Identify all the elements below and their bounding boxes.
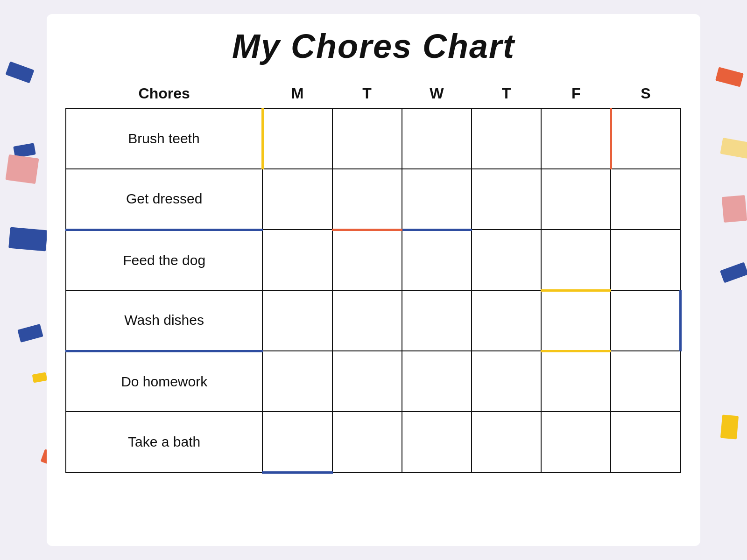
card: My Chores Chart Chores M T W T F S Brush…	[47, 14, 700, 546]
check-cell[interactable]	[472, 108, 541, 169]
check-cell[interactable]	[262, 108, 332, 169]
table-row: Feed the dog	[66, 230, 681, 290]
day-header-f: F	[541, 79, 611, 108]
chore-name-3: Feed the dog	[66, 230, 262, 290]
table-row: Get dressed	[66, 169, 681, 230]
check-cell[interactable]	[332, 290, 402, 351]
check-cell[interactable]	[472, 169, 541, 230]
check-cell[interactable]	[402, 290, 472, 351]
check-cell[interactable]	[402, 351, 472, 412]
table-row: Wash dishes	[66, 290, 681, 351]
table-row: Take a bath	[66, 412, 681, 472]
check-cell[interactable]	[611, 230, 680, 290]
day-header-t1: T	[332, 79, 402, 108]
table-row: Brush teeth	[66, 108, 681, 169]
check-cell[interactable]	[402, 169, 472, 230]
check-cell[interactable]	[332, 351, 402, 412]
title-area: My Chores Chart	[65, 14, 682, 75]
day-header-s: S	[611, 79, 680, 108]
chore-name-1: Brush teeth	[66, 108, 262, 169]
check-cell[interactable]	[541, 290, 611, 351]
confetti-1	[6, 61, 35, 83]
confetti-6	[720, 415, 739, 440]
check-cell[interactable]	[541, 169, 611, 230]
chore-name-2: Get dressed	[66, 169, 262, 230]
chores-header: Chores	[66, 79, 262, 108]
check-cell[interactable]	[262, 412, 332, 472]
check-cell[interactable]	[541, 108, 611, 169]
check-cell[interactable]	[541, 351, 611, 412]
confetti-9	[722, 195, 747, 223]
confetti-7	[720, 262, 747, 283]
check-cell[interactable]	[332, 108, 402, 169]
check-cell[interactable]	[611, 351, 680, 412]
confetti-5	[715, 67, 744, 87]
check-cell[interactable]	[611, 108, 680, 169]
check-cell[interactable]	[402, 230, 472, 290]
check-cell[interactable]	[262, 351, 332, 412]
chore-name-6: Take a bath	[66, 412, 262, 472]
check-cell[interactable]	[611, 290, 680, 351]
confetti-3	[8, 227, 48, 252]
header-row: Chores M T W T F S	[66, 79, 681, 108]
check-cell[interactable]	[262, 230, 332, 290]
day-header-w: W	[402, 79, 472, 108]
confetti-11	[32, 372, 48, 383]
check-cell[interactable]	[472, 351, 541, 412]
check-cell[interactable]	[262, 290, 332, 351]
day-header-t2: T	[472, 79, 541, 108]
confetti-10	[5, 154, 39, 184]
chore-name-4: Wash dishes	[66, 290, 262, 351]
check-cell[interactable]	[402, 412, 472, 472]
check-cell[interactable]	[472, 230, 541, 290]
check-cell[interactable]	[472, 290, 541, 351]
check-cell[interactable]	[541, 230, 611, 290]
check-cell[interactable]	[611, 169, 680, 230]
day-header-m: M	[262, 79, 332, 108]
chores-table: Chores M T W T F S Brush teeth	[65, 79, 682, 474]
check-cell[interactable]	[332, 412, 402, 472]
check-cell[interactable]	[611, 412, 680, 472]
chart-container: Chores M T W T F S Brush teeth	[65, 79, 682, 474]
check-cell[interactable]	[472, 412, 541, 472]
check-cell[interactable]	[402, 108, 472, 169]
check-cell[interactable]	[262, 169, 332, 230]
check-cell[interactable]	[541, 412, 611, 472]
table-row: Do homework	[66, 351, 681, 412]
page-title: My Chores Chart	[65, 27, 682, 65]
check-cell[interactable]	[332, 169, 402, 230]
confetti-8	[720, 138, 747, 159]
check-cell[interactable]	[332, 230, 402, 290]
confetti-4	[17, 324, 43, 343]
chore-name-5: Do homework	[66, 351, 262, 412]
